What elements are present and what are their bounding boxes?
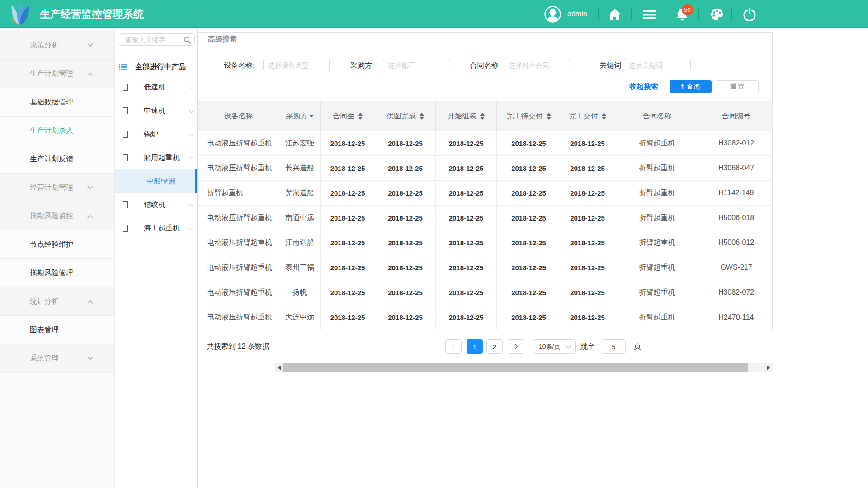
table-cell: 2018-12-25	[561, 230, 614, 255]
chevron-down-icon	[189, 132, 194, 136]
sidebar-item-2[interactable]: 基础数据管理	[0, 88, 114, 117]
keyword-label: 关键词	[599, 59, 621, 71]
tree-root-node[interactable]: 全部进行中产品	[115, 58, 197, 76]
table-cell: 2018-12-25	[561, 156, 614, 180]
sidebar-item-label: 决策分析	[30, 41, 59, 49]
jump-page-suffix: 页	[634, 330, 641, 363]
table-row-4[interactable]: 电动液压折臂起重机江南造船2018-12-252018-12-252018-12…	[198, 230, 772, 255]
tree-node-3[interactable]: 船用起重机	[115, 146, 197, 169]
sidebar-nav: 决策分析生产计划管理基础数据管理生产计划录入生产计划反馈经营计划管理拖期风险监控…	[0, 29, 115, 488]
prev-page-button[interactable]	[445, 339, 462, 354]
page-button-2[interactable]: 2	[486, 339, 503, 354]
query-button[interactable]: fl 查询	[670, 80, 712, 93]
column-header-6[interactable]: 完工交付	[561, 101, 614, 131]
scroll-right-arrow[interactable]	[764, 363, 773, 372]
user-avatar[interactable]	[544, 6, 561, 23]
reset-button[interactable]: 重置	[717, 80, 759, 93]
table-cell: 2018-12-25	[375, 181, 436, 205]
sidebar-item-3[interactable]: 生产计划录入	[0, 117, 114, 145]
table-row-5[interactable]: 电动液压折臂起重机泰州三福2018-12-252018-12-252018-12…	[198, 255, 772, 280]
column-header-5[interactable]: 完工待交付	[497, 101, 561, 131]
column-header-2[interactable]: 合同生	[321, 101, 375, 131]
table-row-1[interactable]: 电动液压折臂起重机长兴造船2018-12-252018-12-252018-12…	[198, 156, 772, 181]
sidebar-item-9[interactable]: 统计分析	[0, 287, 114, 316]
jump-page-input[interactable]	[602, 339, 626, 354]
sidebar-item-4[interactable]: 生产计划反馈	[0, 145, 114, 174]
sidebar-item-7[interactable]: 节点经验维护	[0, 230, 114, 259]
header-separator	[631, 8, 632, 20]
table-row-7[interactable]: 电动液压折臂起重机大连中远2018-12-252018-12-252018-12…	[198, 305, 772, 330]
jump-to-label: 跳至	[580, 330, 595, 363]
tree-node-6[interactable]: 海工起重机	[115, 216, 197, 240]
purchaser-input[interactable]	[383, 59, 450, 71]
sidebar-item-10[interactable]: 图表管理	[0, 316, 114, 344]
table-row-0[interactable]: 电动液压折臂起重机江苏宏强2018-12-252018-12-252018-12…	[198, 131, 772, 156]
table-row-6[interactable]: 电动液压折臂起重机扬帆2018-12-252018-12-252018-12-2…	[198, 280, 772, 305]
table-cell: 2018-12-25	[321, 156, 375, 180]
theme-palette-icon[interactable]	[710, 8, 724, 21]
column-header-label: 采购方	[286, 112, 308, 121]
table-cell: 2018-12-25	[497, 230, 561, 255]
table-cell: 2018-12-25	[436, 181, 497, 205]
contract-name-input[interactable]	[504, 59, 570, 71]
sidebar-item-8[interactable]: 拖期风险管理	[0, 259, 114, 287]
sort-desc-icon	[420, 117, 424, 120]
table-cell: 2018-12-25	[321, 280, 375, 305]
table-cell: 2018-12-25	[436, 255, 497, 280]
logout-power-icon[interactable]	[743, 8, 756, 21]
sidebar-item-6[interactable]: 拖期风险监控	[0, 202, 114, 230]
chevron-down-icon	[87, 183, 93, 189]
search-icon[interactable]	[184, 36, 191, 44]
home-icon[interactable]	[608, 8, 622, 21]
pagination-bar: 共搜索到 12 条数据 12 10条/页 跳至 页	[198, 330, 773, 363]
table-row-2[interactable]: 折臂起重机芜湖造船2018-12-252018-12-252018-12-252…	[198, 181, 772, 206]
collapse-search-link[interactable]: 收起搜索	[629, 80, 658, 93]
tree-node-1[interactable]: 中速机	[115, 99, 197, 122]
product-glyph-icon	[123, 84, 128, 91]
header-separator	[731, 8, 732, 20]
keyword-input[interactable]	[624, 59, 691, 71]
table-cell: 2018-12-25	[497, 206, 561, 230]
chevron-left-icon	[452, 344, 457, 349]
sidebar-item-label: 基础数据管理	[30, 98, 73, 106]
column-header-3[interactable]: 供图完成	[375, 101, 436, 131]
table-cell: 折臂起重机	[614, 156, 700, 180]
table-row-3[interactable]: 电动液压折臂起重机南通中远2018-12-252018-12-252018-12…	[198, 206, 772, 230]
sort-asc-icon	[480, 113, 485, 116]
column-header-label: 设备名称	[224, 112, 253, 121]
scrollbar-thumb[interactable]	[283, 363, 748, 372]
tree-node-4[interactable]: 中船绿洲	[115, 169, 197, 193]
header-separator	[598, 8, 599, 20]
sidebar-item-label: 图表管理	[30, 326, 59, 333]
sidebar-item-0[interactable]: 决策分析	[0, 31, 114, 60]
sort-icons	[547, 113, 551, 120]
tree-node-2[interactable]: 锅炉	[115, 122, 197, 146]
tree-node-label: 船用起重机	[144, 146, 180, 169]
header-actions: admin 50	[0, 0, 868, 28]
username[interactable]: admin	[567, 0, 587, 28]
triangle-left-icon	[278, 366, 281, 370]
column-header-1[interactable]: 采购方	[279, 101, 321, 131]
chevron-up-icon	[189, 157, 194, 161]
column-header-label: 完工待交付	[507, 112, 543, 121]
scroll-left-arrow[interactable]	[275, 363, 283, 372]
page-button-1[interactable]: 1	[467, 339, 483, 354]
hamburger-menu-icon[interactable]	[642, 8, 656, 21]
sidebar-item-11[interactable]: 系统管理	[0, 344, 114, 373]
device-name-input[interactable]	[263, 59, 330, 71]
tree-node-0[interactable]: 低速机	[115, 75, 197, 99]
product-glyph-icon	[123, 107, 128, 114]
sidebar-item-5[interactable]: 经营计划管理	[0, 174, 114, 202]
chevron-down-icon	[189, 202, 194, 207]
table-cell: 2018-12-25	[497, 255, 561, 280]
tree-node-label: 中速机	[144, 99, 165, 122]
table-cell: 2018-12-25	[497, 305, 561, 330]
page-size-select[interactable]: 10条/页	[533, 339, 576, 354]
table-cell: 2018-12-25	[436, 230, 497, 255]
sort-icons	[358, 113, 363, 120]
next-page-button[interactable]	[508, 339, 524, 354]
sort-asc-icon	[358, 113, 363, 116]
tree-node-5[interactable]: 锚绞机	[115, 193, 197, 216]
sidebar-item-1[interactable]: 生产计划管理	[0, 60, 114, 88]
column-header-4[interactable]: 开始组装	[436, 101, 497, 131]
